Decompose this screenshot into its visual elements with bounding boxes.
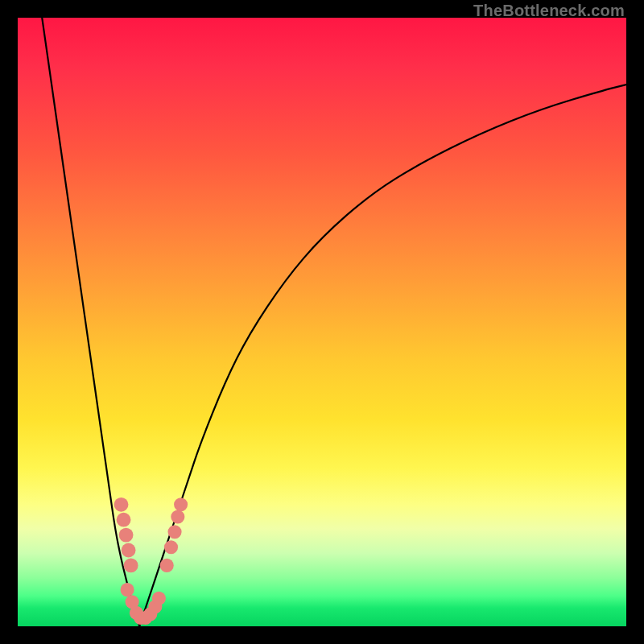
data-markers <box>114 497 188 625</box>
marker-point <box>117 513 131 527</box>
marker-point <box>124 558 138 572</box>
chart-frame: TheBottleneck.com <box>0 0 644 644</box>
marker-point <box>121 583 134 597</box>
watermark-text: TheBottleneck.com <box>473 2 625 20</box>
marker-point <box>171 510 184 523</box>
marker-point <box>122 543 136 558</box>
marker-point <box>114 497 129 512</box>
marker-point <box>164 540 178 554</box>
marker-point <box>152 592 166 605</box>
marker-point <box>168 525 182 539</box>
plot-area <box>18 18 626 626</box>
marker-point <box>160 559 174 572</box>
curve-layer <box>18 18 626 626</box>
marker-point <box>174 497 188 511</box>
marker-point <box>119 528 134 543</box>
curve-right-branch <box>139 85 626 626</box>
